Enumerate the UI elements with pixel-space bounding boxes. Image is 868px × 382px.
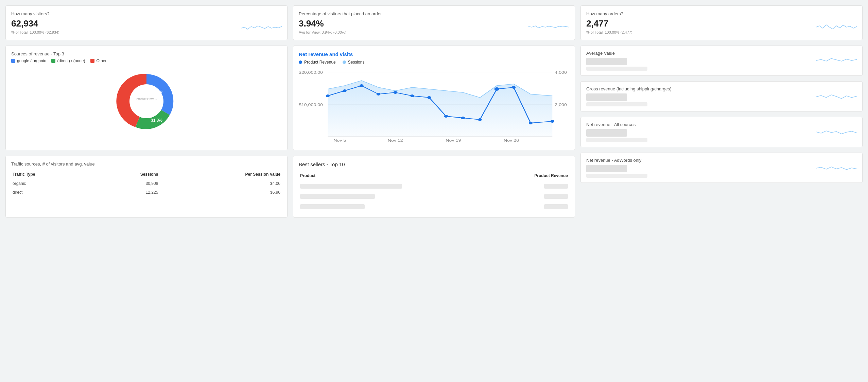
- col-traffic-type: Traffic Type: [11, 170, 93, 179]
- avg-value-sparkline: [816, 54, 857, 67]
- bs-revenue-1: [500, 181, 569, 192]
- svg-text:4,000: 4,000: [555, 71, 567, 74]
- svg-text:Nov 26: Nov 26: [504, 139, 519, 142]
- row-value-organic: $4.06: [159, 179, 282, 188]
- traffic-table: Traffic Type Sessions Per Session Value …: [11, 170, 282, 197]
- sources-title: Sources of revenue - Top 3: [11, 51, 282, 56]
- svg-point-12: [326, 94, 330, 97]
- svg-point-22: [494, 87, 499, 91]
- row-type-organic: organic: [11, 179, 93, 188]
- col-sessions: Sessions: [93, 170, 159, 179]
- svg-point-17: [410, 94, 414, 97]
- table-row: [299, 191, 569, 202]
- row-sessions-direct: 12,225: [93, 188, 159, 197]
- net-revenue-legend: Product Revenue Sessions: [299, 60, 569, 65]
- svg-point-21: [478, 118, 482, 121]
- svg-point-19: [444, 115, 448, 118]
- bs-revenue-3: [500, 202, 569, 212]
- sources-legend: google / organic (direct) / (none) Other: [11, 58, 282, 63]
- bs-revenue-2-blurred: [544, 194, 568, 199]
- gross-revenue-blurred: [586, 93, 627, 101]
- svg-text:Nov 5: Nov 5: [333, 139, 346, 142]
- right-metrics-column: Average Value Gross revenue (including s…: [580, 46, 863, 218]
- best-sellers-title: Best sellers - Top 10: [299, 161, 569, 167]
- conversion-card: Percentage of visitors that placed an or…: [293, 5, 575, 40]
- legend-product-revenue: Product Revenue: [299, 60, 336, 65]
- svg-text:Nov 12: Nov 12: [388, 139, 403, 142]
- dot-product-revenue: [299, 60, 302, 64]
- net-revenue-adwords-sub-blurred: [586, 174, 647, 178]
- svg-point-14: [360, 84, 363, 87]
- bs-col-revenue: Product Revenue: [500, 171, 569, 181]
- best-sellers-table: Product Product Revenue: [299, 171, 569, 212]
- legend-item-other: Other: [90, 58, 106, 63]
- net-revenue-adwords-sparkline: [816, 161, 857, 174]
- legend-label-google: google / organic: [17, 58, 46, 63]
- visitors-title: How many visitors?: [11, 11, 282, 16]
- legend-dot-direct: [51, 59, 55, 63]
- orders-card: How many orders? 2,477 % of Total: 100.0…: [580, 5, 863, 40]
- svg-point-24: [529, 122, 533, 124]
- net-revenue-adwords-blurred: [586, 165, 627, 172]
- net-revenue-all-sparkline: [816, 126, 857, 139]
- table-row: [299, 181, 569, 192]
- gross-revenue-sparkline: [816, 90, 857, 103]
- bs-product-2-blurred: [300, 194, 375, 199]
- net-revenue-all-sub-blurred: [586, 138, 647, 142]
- legend-item-google: google / organic: [11, 58, 46, 63]
- legend-label-other: Other: [96, 58, 106, 63]
- svg-point-23: [512, 86, 516, 89]
- net-revenue-chart: $20,000.00 $10,000.00 4,000 2,000: [299, 69, 569, 144]
- bs-product-3-blurred: [300, 204, 365, 209]
- svg-text:Product Reve...: Product Reve...: [136, 97, 157, 101]
- bs-header-row: Product Product Revenue: [299, 171, 569, 181]
- gross-revenue-sub-blurred: [586, 102, 647, 106]
- bs-revenue-3-blurred: [544, 204, 568, 209]
- bs-product-2: [299, 191, 500, 202]
- gross-revenue-card: Gross revenue (including shipping/charge…: [580, 81, 863, 111]
- label-sessions: Sessions: [348, 60, 365, 65]
- bs-product-3: [299, 202, 500, 212]
- svg-point-16: [394, 91, 397, 94]
- dot-sessions: [343, 60, 346, 64]
- svg-point-13: [343, 89, 346, 92]
- donut-chart: Product Reve... 40.6% 31.3% 28%: [11, 67, 282, 135]
- label-product-revenue: Product Revenue: [304, 60, 336, 65]
- svg-point-25: [551, 120, 554, 123]
- legend-label-direct: (direct) / (none): [57, 58, 85, 63]
- row-type-direct: direct: [11, 188, 93, 197]
- net-revenue-all-blurred: [586, 129, 627, 137]
- best-sellers-card: Best sellers - Top 10 Product Product Re…: [293, 156, 575, 218]
- svg-point-15: [377, 93, 380, 96]
- table-row: [299, 202, 569, 212]
- legend-dot-google: [11, 59, 15, 63]
- bs-col-product: Product: [299, 171, 500, 181]
- conversion-sparkline: [528, 20, 569, 34]
- traffic-card: Traffic sources, # of visitors and avg. …: [5, 156, 288, 218]
- bs-product-1-blurred: [300, 184, 402, 189]
- sources-card: Sources of revenue - Top 3 google / orga…: [5, 46, 288, 150]
- svg-text:28%: 28%: [129, 98, 138, 102]
- bs-product-1: [299, 181, 500, 192]
- visitors-card: How many visitors? 62,934 % of Total: 10…: [5, 5, 288, 40]
- net-revenue-adwords-card: Net revenue - AdWords only: [580, 153, 863, 183]
- svg-text:31.3%: 31.3%: [151, 118, 162, 123]
- avg-value-sub-blurred: [586, 67, 647, 71]
- bs-revenue-2: [500, 191, 569, 202]
- conversion-title: Percentage of visitors that placed an or…: [299, 11, 569, 16]
- svg-point-18: [427, 96, 431, 99]
- bs-revenue-1-blurred: [544, 184, 568, 189]
- svg-text:$10,000.00: $10,000.00: [299, 103, 323, 107]
- orders-sparkline: [816, 20, 857, 34]
- legend-dot-other: [90, 59, 94, 63]
- svg-text:40.6%: 40.6%: [151, 89, 162, 94]
- table-row: organic 30,908 $4.06: [11, 179, 282, 188]
- average-value-card: Average Value: [580, 46, 863, 76]
- net-revenue-all-card: Net revenue - All sources: [580, 117, 863, 147]
- net-revenue-title: Net revenue and visits: [299, 51, 569, 57]
- svg-text:$20,000.00: $20,000.00: [299, 71, 323, 74]
- legend-item-direct: (direct) / (none): [51, 58, 85, 63]
- row-value-direct: $6.96: [159, 188, 282, 197]
- net-revenue-card: Net revenue and visits Product Revenue S…: [293, 46, 575, 150]
- table-row: direct 12,225 $6.96: [11, 188, 282, 197]
